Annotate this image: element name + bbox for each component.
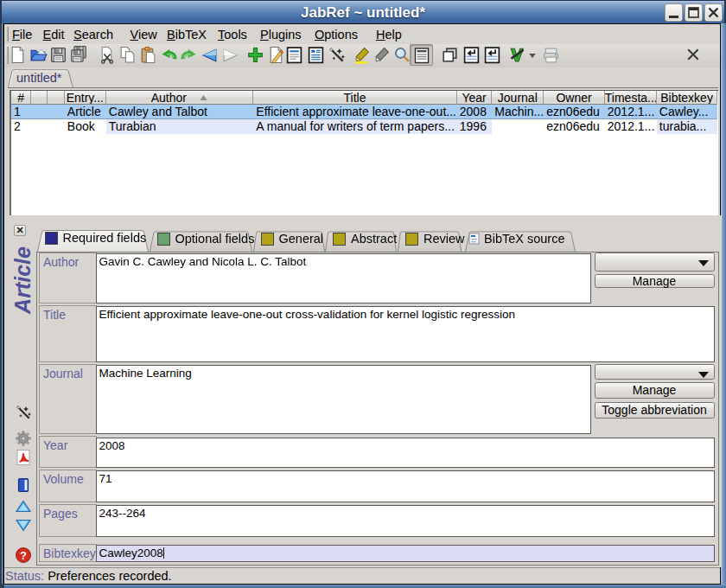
svg-text:?: ? bbox=[20, 549, 27, 562]
